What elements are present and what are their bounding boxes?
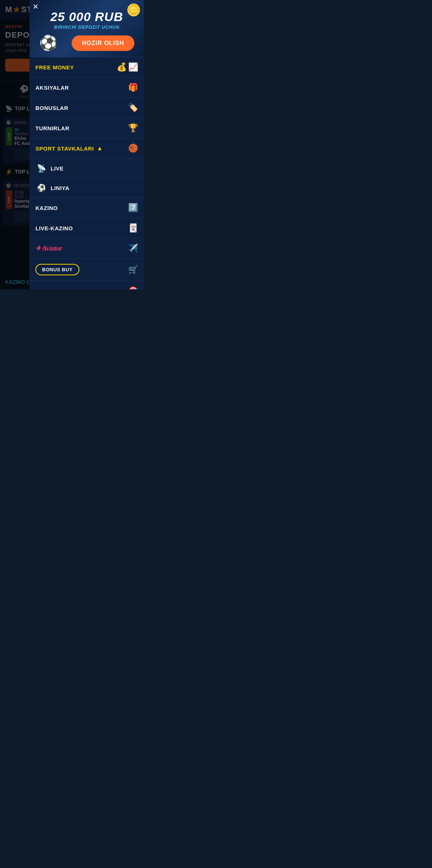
chevron-up-icon: ▲ <box>97 145 103 152</box>
free-money-label: FREE MONEY <box>35 64 74 70</box>
menu-item-bonus-buy[interactable]: BONUS BUY 🛒 <box>30 259 144 281</box>
tag-icon: 🏷️ <box>128 103 138 113</box>
live-broadcast-icon: 📡 <box>37 164 46 173</box>
menu-item-live-kazino[interactable]: LIVE-KAZINO 🃏 <box>30 218 144 238</box>
drawer: ✕ 🪙 25 000 RUB BIRINCHI DEPOZIT UCHUN ⚽ … <box>30 0 144 289</box>
menu-item-liniya[interactable]: ⚽ LINIYA <box>30 178 144 198</box>
arrow-up-icon: 📈 <box>128 62 138 72</box>
target-icon: 🎯 <box>128 286 138 289</box>
cart-icon: 🛒 <box>128 265 138 275</box>
menu-item-aviator[interactable]: ✈ Aviator ✈️ <box>30 238 144 259</box>
soccer-ball-icon: ⚽ <box>39 34 58 52</box>
sport-stavkalari-label: SPORT STAVKALARI <box>35 145 94 152</box>
ball-icon: ⚽ <box>37 183 46 192</box>
turnirlar-label: TURNIRLAR <box>35 125 69 131</box>
menu-item-kibersport[interactable]: KIBERSPORT 🎯 <box>30 281 144 289</box>
aksiyalar-label: AKSIYALAR <box>35 85 69 91</box>
liniya-label: LINIYA <box>51 185 69 191</box>
menu-list: FREE MONEY 💰 📈 AKSIYALAR 🎁 BONUSLAR 🏷️ T <box>30 57 144 289</box>
seven-icon: 7️⃣ <box>128 203 138 213</box>
gift-icon: 🎁 <box>128 83 138 92</box>
kibersport-label: KIBERSPORT <box>35 288 73 290</box>
basketball-icon: 🏀 <box>128 144 138 153</box>
trophy-icon: 🏆 <box>128 123 138 133</box>
menu-item-turnirlar[interactable]: TURNIRLAR 🏆 <box>30 118 144 138</box>
promo-amount: 25 000 RUB <box>35 10 138 24</box>
bonuslar-label: BONUSLAR <box>35 105 68 111</box>
bonus-buy-button[interactable]: BONUS BUY <box>35 264 79 275</box>
promo-currency: RUB <box>95 10 123 24</box>
plane-icon: ✈️ <box>128 244 138 253</box>
menu-item-aksiyalar[interactable]: AKSIYALAR 🎁 <box>30 78 144 98</box>
menu-item-live[interactable]: 📡 LIVE <box>30 159 144 178</box>
live-kazino-label: LIVE-KAZINO <box>35 225 73 231</box>
coin-icon: 🪙 <box>126 3 141 17</box>
section-sport-stavkalari[interactable]: SPORT STAVKALARI ▲ 🏀 <box>30 138 144 159</box>
promo-banner: ✕ 🪙 25 000 RUB BIRINCHI DEPOZIT UCHUN ⚽ … <box>30 0 144 57</box>
aviator-label: ✈ Aviator <box>35 244 62 252</box>
menu-item-bonuslar[interactable]: BONUSLAR 🏷️ <box>30 98 144 118</box>
live-label: LIVE <box>51 165 64 172</box>
promo-subtitle: BIRINCHI DEPOZIT UCHUN <box>35 25 138 30</box>
menu-item-kazino[interactable]: KAZINO 7️⃣ <box>30 198 144 218</box>
money-bag-icon: 💰 <box>117 62 127 72</box>
hozir-olish-button[interactable]: HOZIR OLISH <box>72 35 134 51</box>
cards-icon: 🃏 <box>128 223 138 233</box>
menu-item-free-money[interactable]: FREE MONEY 💰 📈 <box>30 57 144 78</box>
close-button[interactable]: ✕ <box>32 3 39 10</box>
kazino-label: KAZINO <box>35 205 58 211</box>
